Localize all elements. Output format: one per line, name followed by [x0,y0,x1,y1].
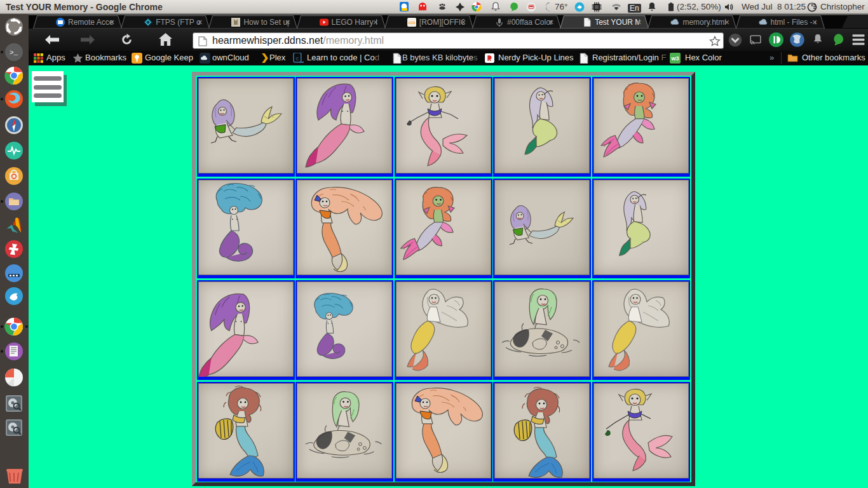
svg-text:w3: w3 [670,55,679,62]
svg-text:xda: xda [408,20,415,25]
svg-text:>_: >_ [10,49,18,57]
svg-text:c: c [295,55,299,62]
